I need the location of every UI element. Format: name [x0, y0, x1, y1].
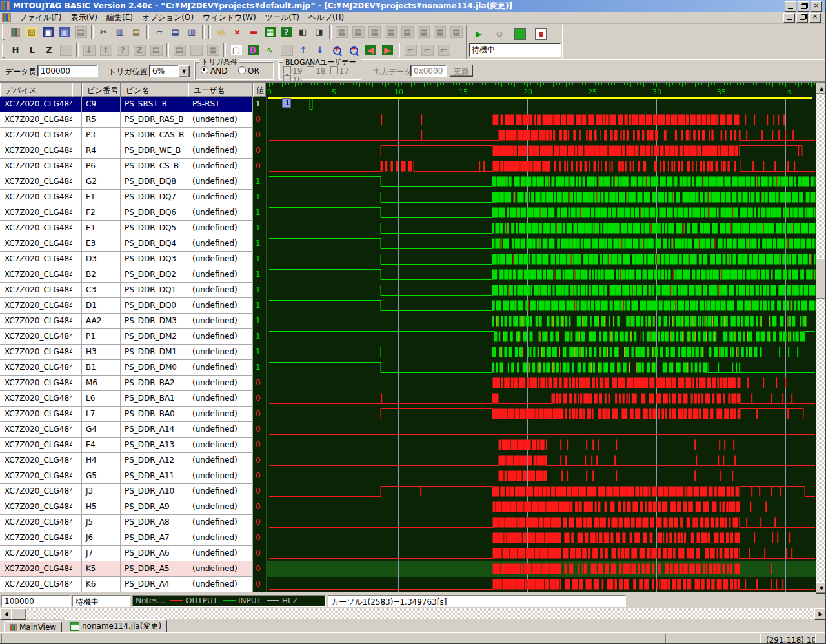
- waveform-canvas[interactable]: [266, 83, 816, 592]
- column-header-6[interactable]: 値: [253, 83, 266, 97]
- table-row[interactable]: XC7Z020_CLG484B1PS_DDR_DM0(undefined)1: [0, 360, 266, 376]
- table-row[interactable]: XC7Z020_CLG484F1PS_DDR_DQ7(undefined)1: [0, 190, 266, 205]
- table-row[interactable]: XC7Z020_CLG484M6PS_DDR_BA2(undefined)0: [0, 376, 266, 391]
- device-view-4-button[interactable]: ▦: [383, 25, 399, 40]
- run-capture-button[interactable]: ▶: [471, 26, 487, 42]
- trigger-or-radio[interactable]: OR: [238, 66, 259, 75]
- tab-waveform-doc[interactable]: noname114.jla(変更): [65, 619, 167, 633]
- table-row[interactable]: XC7Z020_CLG484D1PS_DDR_DQ0(undefined)1: [0, 298, 266, 314]
- register-chip-button[interactable]: ▦: [205, 43, 221, 58]
- table-row[interactable]: XC7Z020_CLG484J7PS_DDR_A6(undefined)0: [0, 546, 266, 561]
- title-bar[interactable]: MITOUJTAG BASIC Version 2.40c - “C:¥MJ2D…: [0, 0, 826, 12]
- save-button[interactable]: ▣: [40, 25, 55, 40]
- register-list-button[interactable]: ▤: [172, 43, 188, 58]
- read-pins-button[interactable]: ↑: [98, 43, 114, 58]
- table-row[interactable]: XC7Z020_CLG484R4PS_DDR_WE_B(undefined)0: [0, 143, 266, 159]
- watch-pins-button[interactable]: ▤: [148, 43, 165, 58]
- table-row[interactable]: XC7Z020_CLG484J5PS_DDR_A8(undefined)0: [0, 515, 266, 530]
- waveform-vscrollbar[interactable]: [816, 83, 826, 592]
- table-row[interactable]: XC7Z020_CLG484AA2PS_DDR_DM3(undefined)1: [0, 314, 266, 329]
- set-pin-high-button[interactable]: H: [8, 43, 24, 58]
- print-button[interactable]: ▤: [73, 25, 88, 40]
- set-pin-blank-button[interactable]: [58, 43, 74, 58]
- table-row[interactable]: XC7Z020_CLG484P6PS_DDR_CS_B(undefined)0: [0, 159, 266, 174]
- column-header-5[interactable]: ユーザ名: [188, 83, 253, 97]
- cascade-windows-button[interactable]: ▱: [151, 25, 166, 40]
- close-button[interactable]: ×: [811, 1, 822, 12]
- bram-view-button[interactable]: B: [245, 43, 261, 58]
- table-row[interactable]: XC7Z020_CLG484F2PS_DDR_DQ6(undefined)1: [0, 205, 266, 221]
- column-header-4[interactable]: ピン名: [121, 83, 188, 97]
- zoom-out-button[interactable]: [346, 43, 362, 58]
- wave-blank-button[interactable]: [279, 43, 295, 58]
- table-row[interactable]: XC7Z020_CLG484H5PS_DDR_A9(undefined)0: [0, 499, 266, 515]
- cable-connect-button[interactable]: ◎: [213, 25, 228, 40]
- scroll-up-icon[interactable]: ▲: [816, 83, 826, 94]
- column-header-1[interactable]: デバイス: [0, 83, 72, 97]
- table-row[interactable]: XC7Z020_CLG484G5PS_DDR_A11(undefined)0: [0, 468, 266, 484]
- restore-button[interactable]: [798, 1, 809, 12]
- minimize-button[interactable]: [785, 1, 796, 12]
- device-view-6-button[interactable]: ▦: [416, 25, 431, 40]
- table-row[interactable]: XC7Z020_CLG484E1PS_DDR_DQ5(undefined)1: [0, 221, 266, 236]
- reset-button[interactable]: ▬: [246, 25, 261, 40]
- identify-device-button[interactable]: ?: [279, 25, 294, 40]
- table-row[interactable]: XC7Z020_CLG484L7PS_DDR_BA0(undefined)0: [0, 407, 266, 422]
- new-project-button[interactable]: [7, 25, 23, 40]
- menu-file[interactable]: ファイル(F): [15, 11, 66, 25]
- menu-help[interactable]: ヘルプ(H): [304, 11, 348, 25]
- zoom-in-button[interactable]: [329, 43, 345, 58]
- notes-label[interactable]: Notes...: [136, 596, 165, 605]
- scroll-right-icon[interactable]: ▶: [814, 608, 826, 620]
- vscroll-thumb[interactable]: [816, 258, 826, 299]
- register-blank-button[interactable]: [188, 43, 205, 58]
- table-row[interactable]: XC7Z020_CLG484D3PS_DDR_DQ3(undefined)1: [0, 252, 266, 267]
- table-row[interactable]: XC7Z020_CLG484G2PS_DDR_DQ8(undefined)1: [0, 174, 266, 190]
- table-row[interactable]: XC7Z020_CLG484P1PS_DDR_DM2(undefined)1: [0, 329, 266, 345]
- menu-view[interactable]: 表示(V): [66, 11, 102, 25]
- scroll-down-icon[interactable]: ▼: [816, 582, 826, 594]
- capture-on-led[interactable]: [512, 26, 529, 42]
- table-row[interactable]: XC7Z020_CLG484F4PS_DDR_A13(undefined)0: [0, 438, 266, 453]
- trigger-and-radio[interactable]: AND: [201, 66, 227, 75]
- pause-capture-button[interactable]: ⊖: [492, 26, 508, 42]
- sample-once-button[interactable]: ?: [115, 43, 131, 58]
- table-row[interactable]: XC7Z020_CLG484P3PS_DDR_CAS_B(undefined)0: [0, 128, 266, 143]
- tile-vertical-button[interactable]: ▥: [184, 25, 199, 40]
- table-row[interactable]: XC7Z020_CLG484J3PS_DDR_A10(undefined)0: [0, 484, 266, 499]
- set-pin-hiz-button[interactable]: Z: [41, 43, 57, 58]
- add-device-button[interactable]: ◧: [295, 25, 310, 40]
- table-row[interactable]: XC7Z020_CLG484H3PS_DDR_DM1(undefined)1: [0, 345, 266, 360]
- collapse-wave-button[interactable]: ▶: [379, 43, 396, 58]
- table-row[interactable]: XC7Z020_CLG484K5PS_DDR_A5(undefined)0: [0, 561, 266, 577]
- device-view-8-button[interactable]: ▦: [448, 25, 464, 40]
- data-length-input[interactable]: 100000: [37, 65, 98, 77]
- probe-1-button[interactable]: ⌐: [403, 43, 419, 58]
- column-header-3[interactable]: ピン番号: [82, 83, 121, 97]
- copy-button[interactable]: ▥: [112, 25, 128, 40]
- device-view-1-button[interactable]: ▦: [334, 25, 350, 40]
- hscroll-thumb[interactable]: [11, 608, 26, 620]
- blogana-checkbox-17[interactable]: 17: [330, 66, 349, 75]
- column-header-2[interactable]: [72, 83, 82, 97]
- mdi-minimize-button[interactable]: [783, 13, 795, 23]
- mdi-close-button[interactable]: ×: [809, 13, 821, 23]
- save-all-button[interactable]: ▣: [57, 25, 72, 40]
- table-row[interactable]: XC7Z020_CLG484G4PS_DDR_A14(undefined)0: [0, 422, 266, 438]
- menu-window[interactable]: ウィンドウ(W): [198, 11, 261, 25]
- waveform-hscrollbar[interactable]: [0, 608, 826, 619]
- trigger-pos-dropdown-icon[interactable]: ▼: [178, 65, 190, 77]
- probe-3-button[interactable]: ⌐: [436, 43, 452, 58]
- set-pin-low-button[interactable]: L: [25, 43, 41, 58]
- mdi-restore-button[interactable]: [796, 13, 808, 23]
- blogana-checkbox-19[interactable]: 19: [283, 66, 302, 75]
- device-view-7-button[interactable]: ▦: [432, 25, 448, 40]
- menu-edit[interactable]: 編集(E): [102, 11, 137, 25]
- tab-mainview[interactable]: MainView: [4, 621, 62, 633]
- probe-2-button[interactable]: ⌐: [419, 43, 436, 58]
- menu-option[interactable]: オプション(O): [137, 11, 198, 25]
- sample-hiz-button[interactable]: Z: [132, 43, 148, 58]
- cut-button[interactable]: ✂: [96, 25, 111, 40]
- expand-wave-button[interactable]: ◀: [363, 43, 379, 58]
- menu-tool[interactable]: ツール(T): [261, 11, 304, 25]
